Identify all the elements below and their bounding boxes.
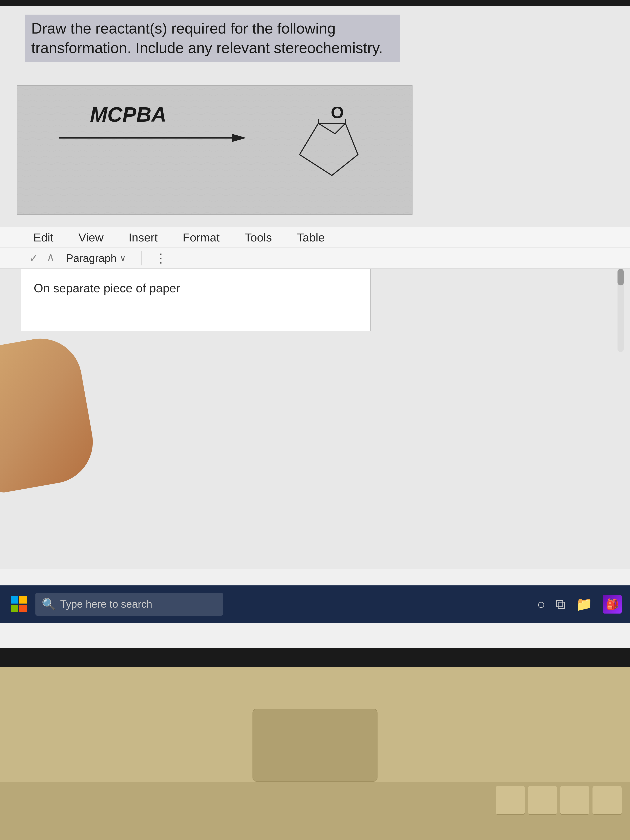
scroll-thumb[interactable] — [617, 269, 624, 286]
cyclopentane-ring — [300, 123, 358, 175]
toolbar-check: ✓ — [29, 252, 38, 264]
scroll-bar[interactable] — [617, 269, 624, 352]
reagent-label: MCPBA — [90, 103, 166, 126]
arrow-svg — [59, 132, 246, 144]
paragraph-chevron: ∨ — [120, 253, 126, 263]
app-icon-symbol: 🎒 — [606, 598, 619, 610]
touchpad[interactable] — [253, 709, 377, 782]
svg-rect-7 — [11, 596, 18, 603]
svg-marker-2 — [232, 134, 246, 142]
taskbar-folder-icon[interactable]: 📁 — [576, 596, 592, 612]
chevron-icon: ∨ — [47, 252, 55, 264]
taskbar-search-icon: 🔍 — [42, 597, 56, 611]
taskbar-system-tray: ○ ⧉ 📁 🎒 — [537, 595, 622, 614]
svg-line-3 — [318, 123, 335, 134]
taskbar-search-bar[interactable]: 🔍 Type here to search — [35, 593, 223, 616]
paragraph-label: Paragraph — [66, 252, 117, 264]
taskbar-search-placeholder: Type here to search — [60, 598, 152, 610]
question-text: Draw the reactant(s) required for the fo… — [25, 14, 400, 62]
windows-logo — [10, 596, 27, 613]
product-structure: O — [266, 107, 370, 194]
taskbar-app-icon[interactable]: 🎒 — [603, 595, 622, 614]
taskbar-cortana-icon[interactable]: ○ — [537, 597, 545, 612]
menu-bar: Edit View Insert Format Tools Table — [0, 227, 630, 248]
keyboard-key-4[interactable] — [592, 786, 622, 815]
start-button[interactable] — [8, 594, 29, 614]
question-content: Draw the reactant(s) required for the fo… — [31, 20, 383, 56]
text-cursor — [181, 283, 181, 295]
menu-edit[interactable]: Edit — [29, 229, 58, 246]
screen: Draw the reactant(s) required for the fo… — [0, 6, 630, 648]
menu-format[interactable]: Format — [178, 229, 224, 246]
menu-tools[interactable]: Tools — [240, 229, 276, 246]
reaction-arrow — [59, 132, 246, 144]
paragraph-selector[interactable]: Paragraph ∨ — [63, 250, 129, 266]
toolbar: ✓ ∨ Paragraph ∨ ⋮ — [0, 248, 630, 269]
menu-table[interactable]: Table — [293, 229, 329, 246]
chemistry-diagram: MCPBA O — [17, 85, 412, 215]
oxygen-label: O — [331, 107, 344, 122]
keyboard-area — [0, 782, 630, 840]
keyboard-key-1[interactable] — [496, 786, 525, 815]
taskbar-desktop-icon[interactable]: ⧉ — [556, 596, 565, 612]
editor-area[interactable]: On separate piece of paper — [21, 269, 371, 331]
keyboard-key-3[interactable] — [560, 786, 589, 815]
svg-rect-8 — [19, 596, 27, 603]
editor-content: On separate piece of paper — [34, 279, 358, 297]
more-options-button[interactable]: ⋮ — [155, 251, 169, 265]
toolbar-divider — [142, 251, 142, 265]
screen-bezel: Draw the reactant(s) required for the fo… — [0, 0, 630, 667]
epoxide-svg: O — [266, 107, 370, 194]
keyboard-key-2[interactable] — [528, 786, 557, 815]
svg-rect-10 — [19, 605, 27, 612]
menu-view[interactable]: View — [74, 229, 108, 246]
svg-line-4 — [335, 123, 346, 134]
svg-rect-9 — [11, 605, 18, 612]
menu-insert[interactable]: Insert — [125, 229, 162, 246]
taskbar: 🔍 Type here to search ○ ⧉ 📁 🎒 — [0, 586, 630, 623]
